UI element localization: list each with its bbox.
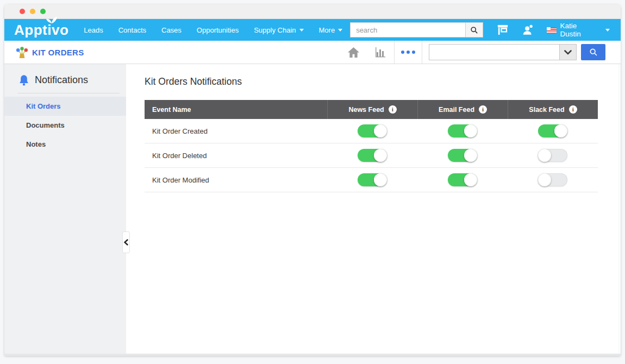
nav-item-contacts[interactable]: Contacts [111, 26, 154, 34]
app-title: KIT ORDERS [15, 46, 84, 59]
window-minimize-button[interactable] [30, 9, 35, 14]
sidebar-collapse-handle[interactable] [122, 231, 130, 253]
store-button[interactable] [497, 24, 509, 35]
table-row: Kit Order Created [145, 119, 598, 143]
top-navbar: Apptivo Leads Contacts Cases Opportuniti… [4, 19, 621, 41]
nav-item-supply-chain[interactable]: Supply Chain [246, 26, 311, 34]
column-label: News Feed [348, 106, 384, 114]
news-feed-toggle[interactable] [358, 173, 387, 186]
search-scope-dropdown[interactable] [559, 44, 577, 60]
toggle-knob [538, 173, 551, 186]
chevron-down-icon [338, 29, 342, 32]
toolbar-search-button[interactable] [581, 44, 605, 60]
bar-chart-icon [374, 46, 387, 58]
chevron-left-icon [124, 239, 128, 246]
page-title: Kit Orders Notifications [145, 76, 598, 87]
apptivo-logo[interactable]: Apptivo [14, 22, 68, 39]
main-menu: Leads Contacts Cases Opportunities Suppl… [76, 26, 350, 34]
slack-feed-toggle[interactable] [538, 149, 567, 162]
home-icon [347, 47, 360, 58]
slack-feed-toggle[interactable] [538, 173, 567, 186]
toolbar-actions [340, 41, 621, 64]
bell-icon [18, 74, 29, 86]
event-name: Kit Order Modified [145, 176, 327, 184]
toggle-knob [464, 124, 477, 137]
app-body: Notifications Kit Orders Documents Notes… [4, 64, 621, 354]
info-icon[interactable]: i [389, 105, 397, 114]
email-feed-toggle[interactable] [448, 173, 477, 186]
reports-button[interactable] [367, 41, 394, 64]
chevron-down-icon [299, 29, 304, 32]
sidebar-item-kit-orders[interactable]: Kit Orders [4, 97, 126, 116]
toolbar-search [429, 41, 577, 64]
us-flag-icon [547, 27, 556, 33]
chevron-down-icon [605, 29, 610, 32]
news-feed-toggle[interactable] [358, 124, 387, 137]
toggle-knob [554, 124, 567, 137]
table-header: Event Name News Feed i Email Feed i Slac… [145, 100, 598, 119]
table-row: Kit Order Deleted [145, 143, 598, 168]
nav-item-leads[interactable]: Leads [76, 26, 110, 34]
news-feed-toggle[interactable] [358, 149, 387, 162]
nav-item-more[interactable]: More [311, 26, 351, 34]
nav-item-opportunities[interactable]: Opportunities [189, 26, 246, 34]
nav-label: More [319, 26, 335, 34]
search-icon [589, 48, 598, 57]
notifications-table: Event Name News Feed i Email Feed i Slac… [145, 100, 598, 192]
home-button[interactable] [340, 41, 367, 64]
column-header-news-feed: News Feed i [327, 100, 417, 119]
column-header-event-name: Event Name [145, 106, 327, 114]
toolbar-divider [422, 41, 422, 64]
person-icon [522, 24, 534, 35]
toolbar-search-input[interactable] [429, 44, 559, 60]
chevron-down-icon [564, 50, 572, 55]
sidebar-title: Notifications [35, 74, 88, 86]
column-header-slack-feed: Slack Feed i [508, 100, 598, 119]
toggle-knob [374, 149, 387, 162]
nav-label: Opportunities [197, 26, 239, 34]
user-name: Katie Dustin [560, 22, 598, 38]
brand-text: Apptivo [14, 22, 68, 38]
sidebar-item-documents[interactable]: Documents [4, 116, 126, 135]
storefront-icon [497, 24, 509, 35]
event-name: Kit Order Created [145, 127, 327, 135]
global-search-input[interactable] [350, 22, 465, 37]
toggle-knob [538, 149, 551, 162]
global-search-button[interactable] [465, 22, 483, 37]
nav-label: Supply Chain [254, 26, 296, 34]
sidebar: Notifications Kit Orders Documents Notes [4, 64, 126, 354]
window-close-button[interactable] [20, 9, 25, 14]
search-icon [470, 26, 478, 34]
toggle-knob [374, 173, 387, 186]
email-feed-toggle[interactable] [448, 149, 477, 162]
more-apps-icon [401, 51, 415, 54]
info-icon[interactable]: i [479, 105, 487, 114]
toggle-knob [464, 173, 477, 186]
nav-label: Cases [161, 26, 182, 34]
nav-label: Contacts [118, 26, 146, 34]
user-activity-button[interactable] [522, 24, 534, 35]
nav-item-cases[interactable]: Cases [154, 26, 189, 34]
window-zoom-button[interactable] [40, 9, 46, 14]
app-window: Apptivo Leads Contacts Cases Opportuniti… [4, 4, 621, 356]
slack-feed-toggle[interactable] [538, 124, 567, 137]
sidebar-item-notes[interactable]: Notes [4, 135, 126, 154]
info-icon[interactable]: i [569, 105, 577, 114]
email-feed-toggle[interactable] [448, 124, 477, 137]
column-label: Slack Feed [529, 106, 564, 114]
app-toolbar: KIT ORDERS [4, 41, 621, 64]
app-title-text: KIT ORDERS [32, 48, 84, 57]
window-titlebar [4, 4, 621, 19]
sidebar-header: Notifications [4, 64, 126, 93]
more-options-button[interactable] [395, 41, 422, 64]
leaf-icon [46, 16, 58, 24]
toggle-knob [464, 149, 477, 162]
event-name: Kit Order Deleted [145, 152, 327, 160]
global-search [350, 22, 483, 37]
main-content: Kit Orders Notifications Event Name News… [126, 64, 618, 354]
sidebar-divider [17, 93, 120, 93]
user-menu[interactable]: Katie Dustin [547, 22, 610, 38]
column-label: Email Feed [439, 106, 474, 114]
column-header-email-feed: Email Feed i [417, 100, 508, 119]
nav-label: Leads [84, 26, 103, 34]
